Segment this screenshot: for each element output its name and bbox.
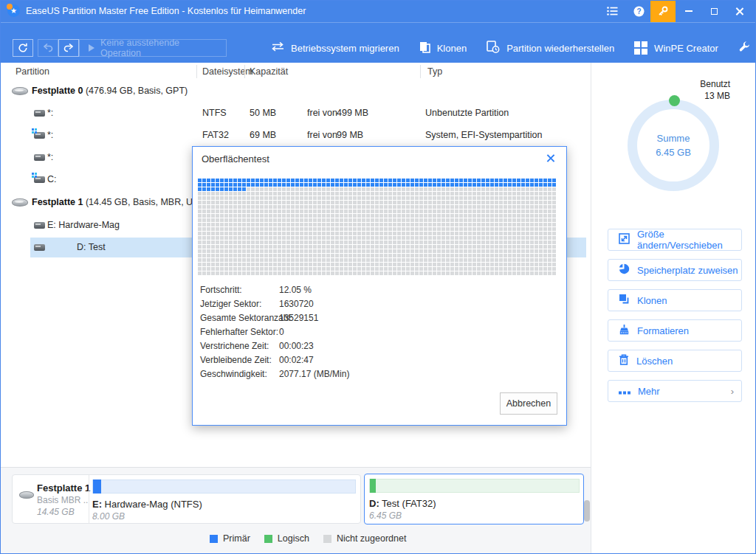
scrollbar-thumb[interactable] [584, 500, 590, 522]
migrate-os-icon [272, 42, 284, 54]
surface-test-dialog: Oberflächentest Fortschritt:12.05 %Jetzi… [192, 146, 567, 426]
table-row-partition[interactable]: *:NTFS50 MBfrei von499 MBUnbenutzte Part… [1, 103, 586, 123]
dialog-stats: Fortschritt:12.05 %Jetziger Sektor:16307… [200, 285, 349, 383]
legend-swatch [323, 535, 331, 543]
stat-label: Jetziger Sektor: [200, 299, 279, 309]
stat-value: 0 [279, 327, 284, 337]
redo-button[interactable] [58, 39, 79, 57]
legend-item: Nicht zugeordnet [323, 533, 407, 544]
refresh-button[interactable] [13, 39, 33, 57]
wrench-icon [738, 41, 750, 55]
sidebar-button-4[interactable]: Formatieren [608, 319, 742, 342]
undo-button[interactable] [38, 39, 58, 57]
sidebar-button-3[interactable]: Klonen [608, 289, 742, 311]
clone-icon [608, 294, 637, 307]
menu-list-icon[interactable] [599, 0, 625, 22]
stat-label: Verstrichene Zeit: [200, 341, 279, 351]
cell-filesystem: NTFS [202, 108, 227, 118]
stat-label: Fortschritt: [200, 285, 279, 295]
row-name: *: [47, 152, 53, 162]
used-chunk [370, 479, 376, 493]
chevron-right-icon: › [731, 386, 734, 397]
sidebar-button-6[interactable]: Mehr› [608, 380, 742, 402]
system-badge-icon [32, 173, 38, 179]
cell-capacity-total: 499 MB [337, 108, 368, 118]
cell-type: Unbenutzte Partition [425, 108, 509, 118]
window-title: EaseUS Partition Master Free Edition - K… [26, 6, 306, 16]
dialog-close-icon[interactable] [544, 151, 557, 165]
partition-label-e: E: Hardware-Mag (NTFS) [92, 499, 202, 510]
row-name: Festplatte 0 (476.94 GB, Basis, GPT) [32, 86, 188, 96]
stat-row: Fehlerhafter Sektor:0 [200, 327, 349, 341]
license-key-icon[interactable] [650, 0, 676, 22]
cell-capacity-of: frei von [307, 108, 337, 118]
header-separator [420, 65, 421, 78]
pending-operation-button[interactable]: Keine ausstehende Operation [79, 39, 227, 57]
sidebar-button-label: Klonen [637, 295, 667, 306]
disk-card[interactable]: Festplatte 1 Basis MBR .. 14.45 GB E: Ha… [12, 474, 361, 524]
toolbar-actions: Betriebssystem migrierenKlonenPartition … [272, 36, 756, 60]
minimize-icon[interactable] [676, 0, 701, 22]
used-chunk [93, 479, 101, 494]
legend-item: Logisch [264, 533, 309, 544]
sidebar-button-2[interactable]: Speicherplatz zuweisen [608, 259, 742, 281]
delete-icon [608, 354, 636, 367]
app-logo-icon: ★ [7, 4, 20, 17]
clone-pages-icon [419, 41, 430, 55]
cell-filesystem: FAT32 [202, 130, 229, 140]
restore-partition-icon [487, 41, 500, 55]
toolbar-action-3[interactable]: Partition wiederherstellen [487, 41, 614, 55]
allocate-space-icon [608, 263, 637, 277]
right-sidebar: Benutzt 13 MB Summe 6.45 GB Größe ändern… [591, 63, 755, 553]
disk-size: 14.45 GB [37, 507, 75, 517]
stat-label: Geschwindigkeit: [200, 369, 279, 379]
table-header: Partition Dateisystem Kapazität Typ [1, 63, 591, 80]
toolbar-action-label: WinPE Creator [654, 43, 718, 54]
used-label: Benutzt 13 MB [700, 78, 730, 102]
sidebar-button-label: Speicherplatz zuweisen [637, 265, 738, 276]
legend-item: Primär [210, 533, 250, 544]
stat-value: 1630720 [279, 299, 314, 309]
col-kapazitaet: Kapazität [250, 66, 288, 77]
app-header: ★ EaseUS Partition Master Free Edition -… [0, 0, 756, 63]
cell-type: System, EFI-Systempartition [425, 130, 542, 140]
more-icon [608, 386, 638, 397]
maximize-icon[interactable] [701, 0, 726, 22]
toolbar: Keine ausstehende Operation Betriebssyst… [0, 22, 756, 63]
row-name: *: [47, 130, 53, 140]
cell-capacity-total: 99 MB [337, 130, 363, 140]
toolbar-action-4[interactable]: WinPE Creator [634, 41, 718, 55]
close-icon[interactable] [726, 0, 752, 22]
legend-swatch [264, 535, 272, 543]
partition-size-d: 6.45 GB [369, 510, 402, 521]
toolbar-action-label: Partition wiederherstellen [506, 43, 614, 54]
partition-card-d-selected[interactable]: D: Test (FAT32) 6.45 GB [364, 474, 584, 524]
partition-bar-e[interactable] [92, 479, 356, 494]
disk-map-panel: Festplatte 1 Basis MBR .. 14.45 GB E: Ha… [1, 467, 591, 553]
col-typ: Typ [427, 66, 442, 77]
toolbar-action-5[interactable]: Werkzeuge [738, 41, 756, 55]
stat-value: 00:00:23 [279, 341, 314, 351]
row-name: Festplatte 1 (14.45 GB, Basis, MBR, USB) [32, 197, 208, 207]
stat-value: 2077.17 (MB/Min) [279, 369, 349, 379]
sidebar-button-label: Formatieren [637, 325, 689, 336]
cancel-button[interactable]: Abbrechen [500, 392, 557, 415]
table-row-partition[interactable]: *:FAT3269 MBfrei von99 MBSystem, EFI-Sys… [1, 125, 586, 145]
sidebar-button-1[interactable]: Größe ändern/Verschieben [608, 229, 742, 251]
header-separator [196, 65, 197, 78]
legend-label: Primär [223, 533, 250, 544]
row-name: E: Hardware-Mag [47, 220, 120, 230]
legend-label: Logisch [278, 533, 309, 544]
titlebar: ★ EaseUS Partition Master Free Edition -… [0, 0, 756, 22]
help-icon[interactable]: ? [626, 0, 651, 22]
stat-value: 00:02:47 [279, 355, 314, 365]
winpe-icon [634, 41, 647, 55]
toolbar-action-2[interactable]: Klonen [419, 41, 467, 55]
sidebar-button-label: Größe ändern/Verschieben [637, 229, 741, 251]
partition-bar-d[interactable] [369, 479, 580, 493]
toolbar-action-1[interactable]: Betriebssystem migrieren [272, 42, 399, 54]
table-row-disk[interactable]: Festplatte 0 (476.94 GB, Basis, GPT) [1, 81, 586, 101]
partition-icon [34, 244, 45, 251]
sidebar-button-5[interactable]: Löschen [608, 350, 742, 372]
stat-row: Verbleibende Zeit:00:02:47 [200, 355, 349, 369]
